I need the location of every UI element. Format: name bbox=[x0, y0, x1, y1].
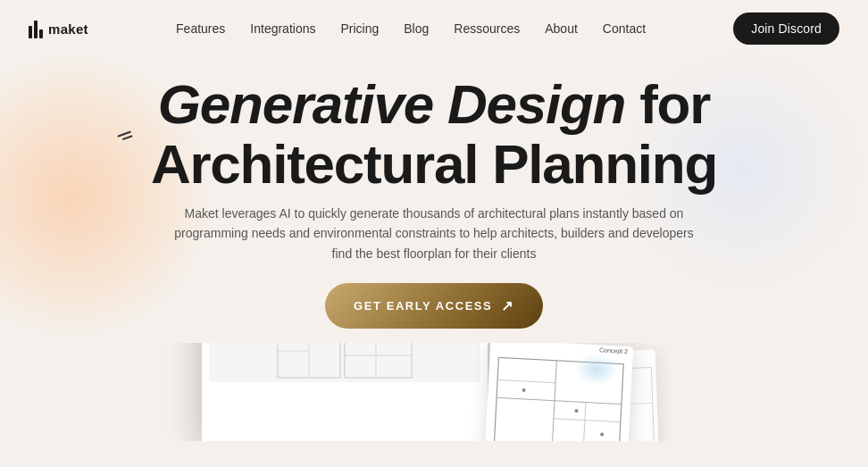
nav-features[interactable]: Features bbox=[176, 21, 225, 36]
nav-pricing[interactable]: Pricing bbox=[340, 21, 379, 36]
nav-blog[interactable]: Blog bbox=[404, 21, 429, 36]
logo-bar-1 bbox=[29, 26, 32, 38]
nav-ressources[interactable]: Ressources bbox=[454, 21, 520, 36]
hero-title-italic: Generative Design bbox=[158, 73, 625, 135]
cta-label: GET EARLY ACCESS bbox=[354, 299, 492, 313]
logo-text: maket bbox=[48, 21, 88, 37]
floor-plan-paper-front: Concept 2 bbox=[485, 343, 634, 441]
floor-plan-area bbox=[209, 343, 480, 382]
hero-title-for: for bbox=[639, 73, 710, 135]
hero-title: Generative Design for Architectural Plan… bbox=[36, 75, 832, 195]
laptop-content bbox=[202, 343, 488, 389]
laptop-screen bbox=[202, 343, 488, 441]
floor-plan-svg bbox=[209, 343, 480, 382]
cta-arrow-icon: ↗ bbox=[501, 297, 514, 314]
logo-bar-3 bbox=[39, 29, 43, 38]
svg-line-14 bbox=[497, 397, 622, 404]
svg-point-20 bbox=[574, 409, 578, 413]
hero-title-architectural: Architectural Planning bbox=[151, 133, 717, 195]
join-discord-button[interactable]: Join Discord bbox=[733, 13, 839, 45]
logo[interactable]: maket bbox=[29, 19, 88, 38]
laptop-mockup bbox=[202, 343, 488, 441]
svg-line-18 bbox=[583, 403, 586, 441]
nav-integrations[interactable]: Integrations bbox=[250, 21, 315, 36]
svg-line-16 bbox=[497, 379, 555, 382]
svg-point-19 bbox=[522, 388, 525, 392]
svg-point-21 bbox=[600, 433, 604, 437]
preview-container: Concept 2 bbox=[0, 343, 868, 441]
floor-plan-papers: Concept 2 bbox=[505, 343, 684, 441]
navbar: maket Features Integrations Pricing Blog… bbox=[0, 0, 868, 57]
hero-section: Generative Design for Architectural Plan… bbox=[0, 57, 868, 329]
get-early-access-button[interactable]: GET EARLY ACCESS ↗ bbox=[325, 283, 543, 329]
logo-bar-2 bbox=[34, 21, 38, 38]
svg-line-17 bbox=[554, 419, 621, 422]
hero-subtitle: Maket leverages AI to quickly generate t… bbox=[166, 204, 702, 263]
nav-links: Features Integrations Pricing Blog Resso… bbox=[176, 21, 646, 37]
nav-contact[interactable]: Contact bbox=[603, 21, 646, 36]
svg-rect-6 bbox=[345, 343, 412, 378]
nav-about[interactable]: About bbox=[545, 21, 578, 36]
logo-icon bbox=[29, 19, 43, 38]
